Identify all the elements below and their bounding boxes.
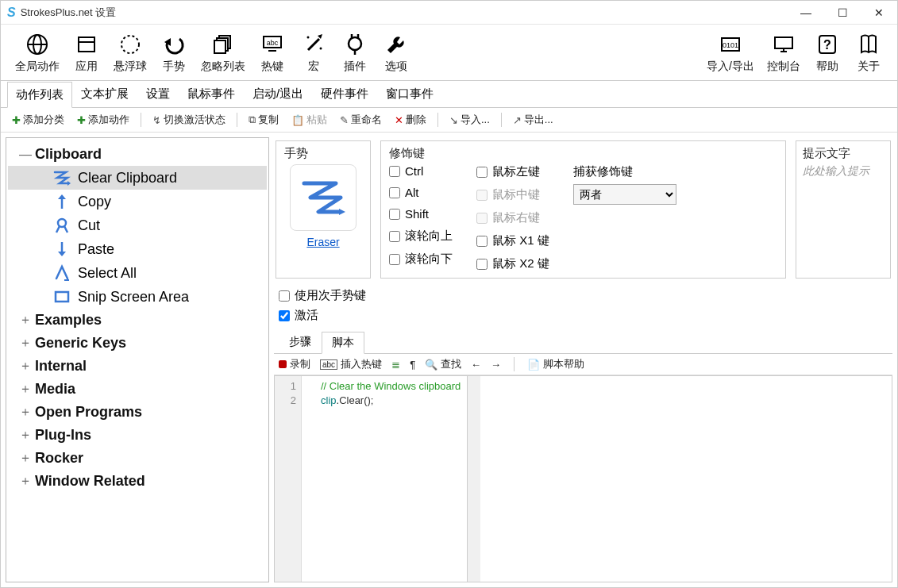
tab-1[interactable]: 文本扩展 bbox=[72, 81, 137, 107]
tree-item-paste[interactable]: Paste bbox=[8, 237, 267, 261]
plus-icon: ＋ bbox=[16, 427, 35, 444]
modifier-title: 修饰键 bbox=[389, 146, 777, 161]
toolbar-floater-button[interactable]: 悬浮球 bbox=[107, 28, 153, 77]
gesture-preview[interactable] bbox=[290, 164, 357, 231]
toolbar-apps-button[interactable]: 应用 bbox=[66, 28, 107, 77]
app-logo-icon: S bbox=[7, 6, 16, 20]
plus-icon: ＋ bbox=[16, 335, 35, 352]
book-icon bbox=[857, 31, 881, 58]
plus-icon: ＋ bbox=[16, 358, 35, 375]
code-editor[interactable]: 12 // Clear the Windows clipboardclip.Cl… bbox=[274, 375, 892, 582]
tree-branch-examples[interactable]: ＋Examples bbox=[8, 309, 267, 332]
tag-icon[interactable]: ¶ bbox=[410, 359, 415, 371]
action-tree[interactable]: —ClipboardClear ClipboardCopyCutPasteSel… bbox=[6, 137, 269, 582]
toolbar-help-button[interactable]: 帮助 bbox=[807, 28, 848, 77]
scrollbar[interactable] bbox=[467, 376, 480, 582]
tree-item-select-all[interactable]: Select All bbox=[8, 261, 267, 285]
tab-4[interactable]: 启动/退出 bbox=[244, 81, 312, 107]
toolbar-ignore-button[interactable]: 忽略列表 bbox=[195, 28, 252, 77]
record-button[interactable]: 录制 bbox=[279, 357, 310, 371]
modifier-Ctrl-check[interactable]: Ctrl bbox=[389, 164, 453, 178]
nav-back-icon[interactable]: ← bbox=[471, 359, 481, 371]
monitor-icon bbox=[772, 31, 796, 58]
toolbar-plugin-button[interactable]: 插件 bbox=[334, 28, 376, 77]
maximize-button[interactable]: ☐ bbox=[824, 1, 861, 25]
action-import-button[interactable]: ↘导入... bbox=[445, 111, 495, 129]
modifier-滚轮向下-check[interactable]: 滚轮向下 bbox=[389, 252, 453, 267]
modifier-Alt-check[interactable]: Alt bbox=[389, 186, 453, 199]
arrow-down-icon bbox=[51, 240, 73, 258]
toolbar-options-button[interactable]: 选项 bbox=[376, 28, 417, 77]
script-tab-0[interactable]: 步骤 bbox=[279, 331, 322, 353]
tab-2[interactable]: 设置 bbox=[137, 81, 179, 107]
tree-item-snip-screen-area[interactable]: Snip Screen Area bbox=[8, 285, 267, 309]
modifier-鼠标 X2 键-check[interactable]: 鼠标 X2 键 bbox=[476, 256, 549, 271]
tab-6[interactable]: 窗口事件 bbox=[377, 81, 442, 107]
main-tabs: 动作列表文本扩展设置鼠标事件启动/退出硬件事件窗口事件 bbox=[1, 81, 897, 108]
title-bar: S StrokesPlus.net 设置 ― ☐ ✕ bbox=[1, 1, 897, 25]
plus-icon: ＋ bbox=[16, 381, 35, 398]
tree-item-copy[interactable]: Copy bbox=[8, 190, 267, 213]
tree-branch-rocker[interactable]: ＋Rocker bbox=[8, 447, 267, 470]
insert-hotkey-button[interactable]: abc插入热键 bbox=[320, 357, 382, 371]
caret-a-icon bbox=[51, 264, 73, 282]
secondary-gesture-check[interactable]: 使用次手势键 bbox=[279, 288, 888, 303]
tree-item-cut[interactable]: Cut bbox=[8, 213, 267, 237]
main-toolbar: 全局动作应用悬浮球手势忽略列表热键宏插件选项 导入/导出控制台帮助关于 bbox=[1, 25, 897, 81]
abc-icon bbox=[260, 31, 284, 58]
action-delete-button[interactable]: ✕删除 bbox=[390, 111, 431, 129]
close-button[interactable]: ✕ bbox=[861, 1, 897, 25]
modifier-鼠标 X1 键-check[interactable]: 鼠标 X1 键 bbox=[476, 233, 549, 248]
tab-5[interactable]: 硬件事件 bbox=[312, 81, 377, 107]
find-button[interactable]: 🔍 查找 bbox=[425, 357, 461, 371]
tree-branch-media[interactable]: ＋Media bbox=[8, 378, 267, 401]
hint-input[interactable]: 此处输入提示 bbox=[803, 164, 884, 179]
tree-item-clear-clipboard[interactable]: Clear Clipboard bbox=[8, 166, 267, 190]
arrow-up-icon bbox=[51, 193, 73, 210]
action-copy-button[interactable]: ⧉复制 bbox=[244, 111, 283, 129]
action-addcat-button[interactable]: ✚添加分类 bbox=[7, 111, 69, 129]
script-tabs: 步骤脚本 bbox=[274, 331, 892, 354]
toolbar-impexp-button[interactable]: 导入/导出 bbox=[700, 28, 761, 77]
tree-branch-window-related[interactable]: ＋Window Related bbox=[8, 470, 267, 493]
svg-marker-0 bbox=[339, 209, 345, 215]
plus-icon: ＋ bbox=[16, 450, 35, 467]
active-check[interactable]: 激活 bbox=[279, 308, 888, 323]
script-help-button[interactable]: 📄 脚本帮助 bbox=[527, 357, 584, 371]
tree-branch-internal[interactable]: ＋Internal bbox=[8, 355, 267, 378]
toolbar-gesture-button[interactable]: 手势 bbox=[153, 28, 195, 77]
minimize-button[interactable]: ― bbox=[788, 1, 824, 25]
stack-icon bbox=[211, 31, 235, 58]
nav-fwd-icon[interactable]: → bbox=[491, 359, 501, 371]
minus-icon: — bbox=[16, 148, 35, 162]
plus-icon: ＋ bbox=[16, 473, 35, 490]
tree-branch-generic-keys[interactable]: ＋Generic Keys bbox=[8, 332, 267, 355]
toolbar-about-button[interactable]: 关于 bbox=[848, 28, 889, 77]
tab-0[interactable]: 动作列表 bbox=[7, 82, 72, 108]
tab-3[interactable]: 鼠标事件 bbox=[179, 81, 244, 107]
gesture-name-link[interactable]: Eraser bbox=[306, 236, 339, 248]
modifier-Shift-check[interactable]: Shift bbox=[389, 207, 453, 221]
action-toggleact-button[interactable]: ↯切换激活状态 bbox=[148, 111, 230, 129]
rect-icon bbox=[51, 288, 73, 306]
hint-group: 提示文字 此处输入提示 bbox=[796, 140, 891, 279]
indent-icon[interactable]: ≣ bbox=[391, 359, 400, 371]
action-addact-button[interactable]: ✚添加动作 bbox=[72, 111, 134, 129]
tree-branch-open-programs[interactable]: ＋Open Programs bbox=[8, 401, 267, 424]
gesture-group: 手势 Eraser bbox=[276, 140, 371, 279]
capture-modifier-select[interactable]: 两者 bbox=[573, 184, 676, 205]
window-title: StrokesPlus.net 设置 bbox=[21, 6, 117, 20]
tree-branch-clipboard[interactable]: —Clipboard bbox=[8, 143, 267, 166]
toolbar-hotkey-button[interactable]: 热键 bbox=[252, 28, 293, 77]
action-export-button[interactable]: ↗导出... bbox=[508, 111, 558, 129]
modifier-group: 修饰键 CtrlAltShift滚轮向上滚轮向下 鼠标左键鼠标中键鼠标右键鼠标 … bbox=[380, 140, 786, 279]
script-tab-1[interactable]: 脚本 bbox=[322, 332, 364, 354]
toolbar-macro-button[interactable]: 宏 bbox=[293, 28, 334, 77]
tree-branch-plug-ins[interactable]: ＋Plug-Ins bbox=[8, 424, 267, 447]
toolbar-console-button[interactable]: 控制台 bbox=[761, 28, 807, 77]
modifier-滚轮向上-check[interactable]: 滚轮向上 bbox=[389, 229, 453, 244]
toolbar-global-button[interactable]: 全局动作 bbox=[9, 28, 66, 77]
plus-icon: ＋ bbox=[16, 404, 35, 421]
action-rename-button[interactable]: ✎重命名 bbox=[335, 111, 387, 129]
modifier-鼠标左键-check[interactable]: 鼠标左键 bbox=[476, 164, 549, 179]
